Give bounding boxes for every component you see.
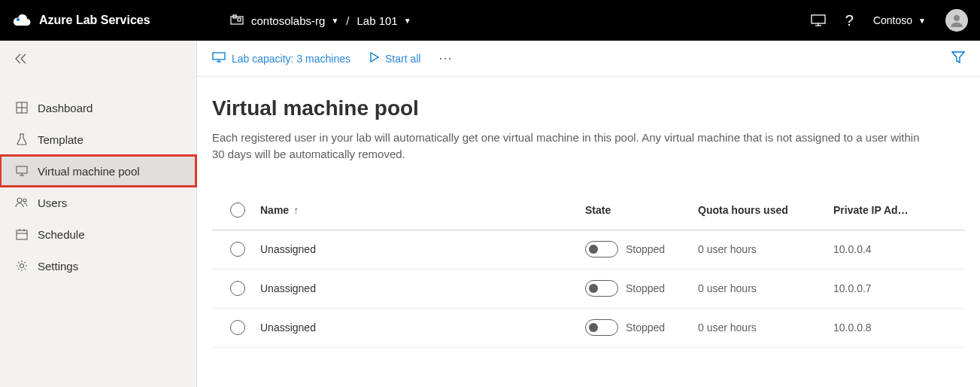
brand: Azure Lab Services	[12, 14, 230, 27]
monitor-icon	[15, 166, 29, 176]
cell-quota: 0 user hours	[698, 321, 833, 334]
sidebar-item-dashboard[interactable]: Dashboard	[0, 92, 196, 123]
users-icon	[15, 197, 29, 208]
page-description: Each registered user in your lab will au…	[212, 130, 934, 163]
breadcrumb-separator: /	[346, 14, 349, 27]
page-title: Virtual machine pool	[212, 96, 965, 120]
table-row[interactable]: Unassigned Stopped 0 user hours 10.0.0.4	[212, 230, 965, 270]
cell-ip: 10.0.0.7	[833, 282, 962, 294]
select-row-radio[interactable]	[230, 242, 245, 257]
sidebar-item-label: Users	[38, 197, 67, 209]
select-all-radio[interactable]	[230, 203, 245, 218]
svg-point-7	[954, 15, 960, 21]
start-all-button[interactable]: Start all	[369, 52, 420, 65]
main: Lab capacity: 3 machines Start all ··· V…	[197, 41, 980, 387]
monitor-icon[interactable]	[811, 14, 826, 26]
column-state-label: State	[585, 204, 611, 216]
cell-ip: 10.0.0.8	[833, 321, 962, 334]
cell-state: Stopped	[626, 243, 665, 255]
svg-point-0	[17, 18, 20, 21]
cell-name: Unassigned	[260, 282, 585, 294]
state-toggle[interactable]	[585, 319, 618, 336]
column-ip-label: Private IP Ad…	[833, 204, 909, 216]
svg-rect-1	[231, 17, 243, 24]
sidebar-item-users[interactable]: Users	[0, 187, 196, 218]
help-icon[interactable]: ?	[845, 12, 854, 29]
sidebar-item-schedule[interactable]: Schedule	[0, 218, 196, 250]
breadcrumb-lab[interactable]: Lab 101 ▼	[357, 14, 411, 27]
toolbar: Lab capacity: 3 machines Start all ···	[197, 41, 980, 77]
collapse-sidebar-button[interactable]	[0, 41, 196, 77]
play-icon	[369, 52, 379, 65]
sidebar-item-label: Dashboard	[38, 102, 93, 114]
state-toggle[interactable]	[585, 280, 618, 297]
svg-marker-25	[371, 53, 378, 62]
nav: Dashboard Template Virtual machine pool …	[0, 77, 196, 282]
more-actions-button[interactable]: ···	[438, 50, 452, 66]
column-header-ip[interactable]: Private IP Ad…	[833, 204, 962, 216]
svg-marker-26	[952, 52, 964, 62]
flask-icon	[15, 133, 29, 145]
cell-quota: 0 user hours	[698, 282, 833, 294]
svg-rect-22	[213, 53, 225, 59]
column-header-name[interactable]: Name↑	[260, 204, 585, 216]
svg-point-16	[23, 199, 26, 202]
sidebar-item-label: Template	[38, 133, 83, 146]
select-row-radio[interactable]	[230, 320, 245, 335]
svg-rect-3	[238, 18, 241, 21]
cell-ip: 10.0.0.4	[833, 243, 962, 255]
header: Azure Lab Services contosolabs-rg ▼ / La…	[0, 0, 980, 41]
resource-group-icon	[230, 14, 244, 27]
svg-point-21	[20, 264, 24, 268]
column-header-quota[interactable]: Quota hours used	[698, 204, 833, 216]
breadcrumb-lab-label: Lab 101	[357, 14, 397, 27]
tenant-selector[interactable]: Contoso ▼	[873, 14, 926, 26]
breadcrumb-rg-label: contosolabs-rg	[251, 14, 325, 27]
breadcrumb-resource-group[interactable]: contosolabs-rg ▼	[251, 14, 338, 27]
svg-rect-17	[17, 230, 27, 239]
brand-label: Azure Lab Services	[39, 14, 150, 27]
chevron-down-icon: ▼	[918, 17, 926, 25]
sidebar-item-label: Schedule	[38, 228, 85, 241]
lab-capacity-button[interactable]: Lab capacity: 3 machines	[212, 52, 350, 65]
dashboard-icon	[15, 102, 29, 114]
sidebar-item-vm-pool[interactable]: Virtual machine pool	[0, 155, 196, 187]
gear-icon	[15, 260, 29, 272]
cell-state: Stopped	[626, 282, 665, 294]
capacity-label: Lab capacity: 3 machines	[232, 53, 350, 65]
column-header-state[interactable]: State	[585, 204, 698, 216]
sort-ascending-icon: ↑	[293, 204, 299, 216]
svg-rect-12	[17, 166, 27, 173]
start-all-label: Start all	[385, 53, 420, 65]
svg-rect-4	[812, 15, 825, 23]
table-row[interactable]: Unassigned Stopped 0 user hours 10.0.0.7	[212, 270, 965, 309]
content: Virtual machine pool Each registered use…	[197, 77, 980, 348]
cell-name: Unassigned	[260, 321, 585, 334]
select-row-radio[interactable]	[230, 281, 245, 296]
filter-button[interactable]	[951, 51, 965, 66]
svg-point-15	[17, 198, 22, 203]
tenant-label: Contoso	[873, 14, 912, 26]
calendar-icon	[15, 228, 29, 240]
chevron-down-icon: ▼	[331, 17, 338, 25]
sidebar: Dashboard Template Virtual machine pool …	[0, 41, 197, 387]
table-header-row: Name↑ State Quota hours used Private IP …	[212, 191, 965, 230]
sidebar-item-template[interactable]: Template	[0, 123, 196, 155]
monitor-icon	[212, 52, 226, 65]
state-toggle[interactable]	[585, 241, 618, 257]
vm-table: Name↑ State Quota hours used Private IP …	[212, 191, 965, 348]
cell-quota: 0 user hours	[698, 243, 833, 255]
column-quota-label: Quota hours used	[698, 204, 788, 216]
table-row[interactable]: Unassigned Stopped 0 user hours 10.0.0.8	[212, 309, 965, 348]
chevron-down-icon: ▼	[404, 17, 411, 25]
column-name-label: Name	[260, 204, 289, 216]
header-actions: ? Contoso ▼	[811, 9, 968, 32]
sidebar-item-settings[interactable]: Settings	[0, 250, 196, 282]
azure-cloud-icon	[12, 14, 32, 27]
sidebar-item-label: Settings	[38, 260, 78, 273]
avatar[interactable]	[945, 9, 968, 32]
cell-state: Stopped	[626, 321, 665, 334]
breadcrumb: contosolabs-rg ▼ / Lab 101 ▼	[230, 14, 411, 27]
cell-name: Unassigned	[260, 243, 585, 255]
sidebar-item-label: Virtual machine pool	[38, 165, 140, 178]
